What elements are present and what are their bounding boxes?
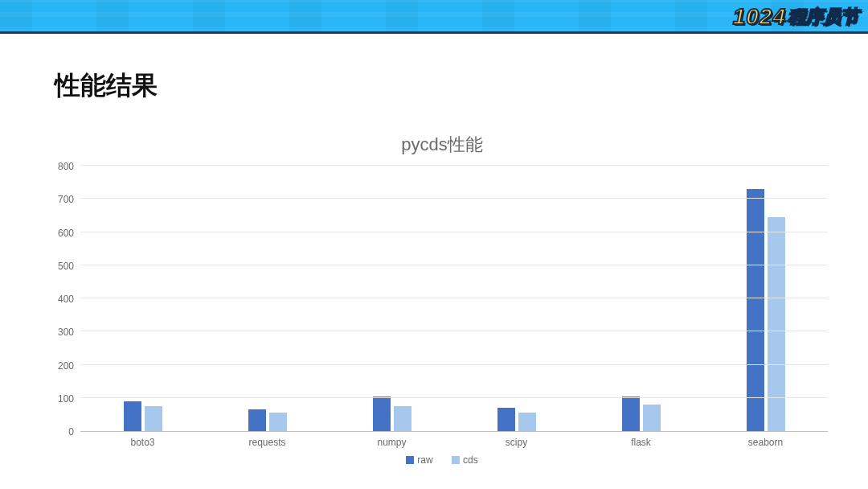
bar-raw [747,189,764,431]
badge-number: 1024 [733,4,786,30]
y-tick-label: 200 [58,360,74,372]
page-title: 性能结果 [55,68,158,104]
x-tick-label: boto3 [80,432,205,448]
slide-content: 性能结果 pycds性能 0100200300400500600700800 b… [0,36,868,489]
bar-group [454,166,579,431]
y-tick-label: 0 [68,426,74,438]
x-tick-label: requests [205,432,330,448]
bar-cds [269,413,287,431]
grid-line [80,165,828,166]
x-tick-label: scipy [454,432,579,448]
bar-raw [497,408,515,431]
bar-raw [373,397,391,431]
grid-line [80,232,828,232]
y-tick-label: 700 [58,194,74,205]
x-axis-labels: boto3requestsnumpyscipyflaskseaborn [80,432,828,448]
grid-line [80,364,828,365]
y-tick-label: 600 [58,228,74,239]
grid-line [80,198,828,199]
grid-line [80,265,828,265]
plot-area [80,166,828,432]
bar-group [579,166,703,431]
bar-cds [768,217,785,431]
legend-label-cds: cds [463,454,478,466]
grid-line [80,331,828,331]
bar-group [80,166,205,431]
bar-raw [622,397,640,431]
y-tick-label: 800 [58,161,74,172]
chart-title: pycds性能 [48,133,836,157]
grid-line [80,397,828,398]
legend-swatch-raw [406,456,414,464]
legend-item-cds: cds [452,454,478,466]
event-badge: 1024 程序员节 [722,0,868,34]
bar-raw [124,401,141,431]
y-tick-label: 500 [58,261,74,272]
legend-item-raw: raw [406,454,432,466]
bar-cds [394,406,411,431]
bar-cds [643,405,661,431]
y-axis: 0100200300400500600700800 [48,166,77,432]
bar-groups [80,166,828,431]
chart-legend: raw cds [48,454,836,466]
chart-plot: 0100200300400500600700800 boto3requestsn… [48,166,836,432]
x-tick-label: seaborn [703,432,828,448]
bar-cds [145,406,162,431]
badge-text: 程序员节 [788,5,860,29]
grid-line [80,298,828,298]
x-tick-label: numpy [330,432,454,448]
bar-cds [518,413,536,431]
bar-raw [248,409,266,431]
bar-group [703,166,828,431]
bar-group [330,166,454,431]
x-tick-label: flask [579,432,703,448]
legend-label-raw: raw [417,454,432,466]
y-tick-label: 100 [58,393,74,405]
legend-swatch-cds [452,456,460,464]
y-tick-label: 300 [58,327,74,338]
y-tick-label: 400 [58,294,74,305]
top-banner: 1024 程序员节 [0,0,868,34]
bar-group [205,166,330,431]
chart-container: pycds性能 0100200300400500600700800 boto3r… [48,133,836,479]
